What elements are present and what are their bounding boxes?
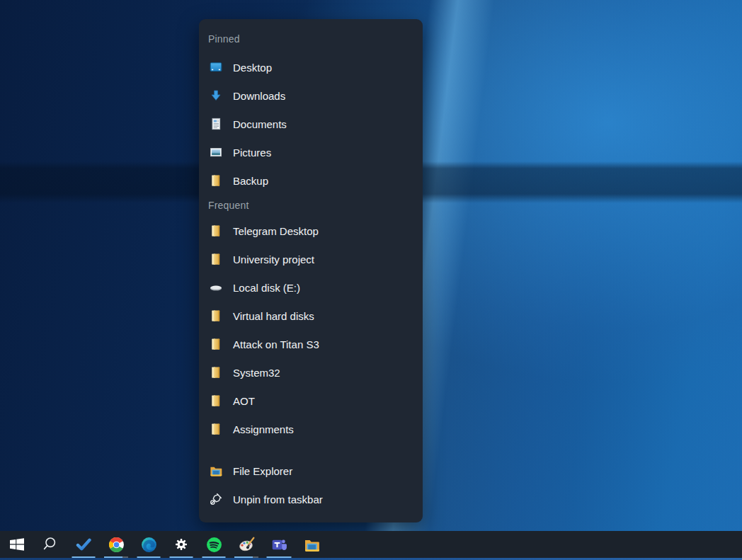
jumplist-item-university-project[interactable]: University project: [199, 245, 423, 273]
jumplist-task-group: File Explorer Unpin from taskbar: [199, 457, 423, 513]
jumplist-task-unpin-from-taskbar[interactable]: Unpin from taskbar: [199, 485, 423, 513]
edge-icon: [140, 536, 158, 554]
taskbar-app-paint[interactable]: [230, 531, 263, 558]
taskbar-app-chrome[interactable]: [100, 531, 132, 558]
jumplist-item-label: AOT: [233, 395, 255, 407]
jumplist-task-label: File Explorer: [233, 465, 292, 477]
file-explorer-jumplist: Pinned Desktop Downloads Documents Pictu…: [199, 19, 423, 522]
jumplist-item-label: System32: [233, 367, 280, 379]
jumplist-item-label: Desktop: [233, 62, 272, 74]
file-explorer-icon: [209, 464, 223, 478]
jumplist-item-label: Documents: [233, 118, 287, 130]
documents-icon: [209, 117, 223, 131]
jumplist-section-header-pinned: Pinned: [199, 29, 423, 49]
jumplist-item-label: Local disk (E:): [233, 282, 300, 294]
taskbar-app-edge[interactable]: [132, 531, 165, 558]
folder-icon: [209, 173, 223, 188]
jumplist-item-label: Attack on Titan S3: [233, 338, 319, 350]
jumplist-item-local-disk-e[interactable]: Local disk (E:): [199, 273, 423, 302]
jumplist-item-backup[interactable]: Backup: [199, 166, 423, 195]
jumplist-section-header-frequent: Frequent: [199, 195, 423, 215]
jumplist-task-label: Unpin from taskbar: [233, 493, 323, 505]
settings-gear-icon: [173, 536, 190, 553]
search-button[interactable]: [34, 531, 65, 558]
drive-icon: [209, 280, 223, 295]
jumplist-item-virtual-hard-disks[interactable]: Virtual hard disks: [199, 302, 423, 330]
jumplist-item-aot[interactable]: AOT: [199, 387, 423, 415]
chrome-icon: [108, 536, 125, 554]
taskbar-app-settings[interactable]: [165, 531, 198, 558]
pictures-icon: [209, 145, 223, 159]
search-icon: [41, 536, 58, 553]
folder-icon: [209, 252, 223, 266]
jumplist-item-attack-on-titan-s3[interactable]: Attack on Titan S3: [199, 330, 423, 358]
taskbar: [0, 531, 742, 558]
desktop-icon: [209, 60, 223, 74]
jumplist-item-label: University project: [233, 253, 314, 265]
teams-icon: [270, 536, 288, 554]
downloads-icon: [209, 88, 223, 103]
taskbar-app-todo[interactable]: [67, 531, 100, 558]
unpin-icon: [209, 492, 223, 506]
paint-icon: [238, 536, 256, 554]
folder-icon: [209, 422, 223, 436]
jumplist-item-label: Downloads: [233, 90, 285, 102]
taskbar-app-file-explorer[interactable]: [295, 531, 328, 558]
todo-checkmark-icon: [75, 536, 92, 553]
jumplist-item-label: Pictures: [233, 147, 271, 159]
jumplist-task-file-explorer[interactable]: File Explorer: [199, 457, 423, 485]
jumplist-item-downloads[interactable]: Downloads: [199, 81, 423, 110]
file-explorer-icon: [303, 536, 321, 554]
spotify-icon: [205, 536, 223, 554]
folder-icon: [209, 309, 223, 323]
jumplist-item-telegram-desktop[interactable]: Telegram Desktop: [199, 217, 423, 245]
jumplist-item-assignments[interactable]: Assignments: [199, 415, 423, 443]
jumplist-item-desktop[interactable]: Desktop: [199, 53, 423, 81]
jumplist-item-label: Virtual hard disks: [233, 310, 314, 322]
folder-icon: [209, 394, 223, 408]
start-button[interactable]: [0, 531, 34, 558]
taskbar-app-teams[interactable]: [263, 531, 295, 558]
windows-logo-icon: [8, 536, 25, 553]
jumplist-item-label: Backup: [233, 175, 268, 187]
folder-icon: [209, 224, 223, 238]
jumplist-item-documents[interactable]: Documents: [199, 110, 423, 138]
jumplist-item-pictures[interactable]: Pictures: [199, 138, 423, 166]
folder-icon: [209, 365, 223, 379]
jumplist-item-system32[interactable]: System32: [199, 358, 423, 387]
jumplist-item-label: Telegram Desktop: [233, 225, 319, 237]
taskbar-app-spotify[interactable]: [198, 531, 230, 558]
jumplist-item-label: Assignments: [233, 423, 294, 435]
folder-icon: [209, 337, 223, 351]
